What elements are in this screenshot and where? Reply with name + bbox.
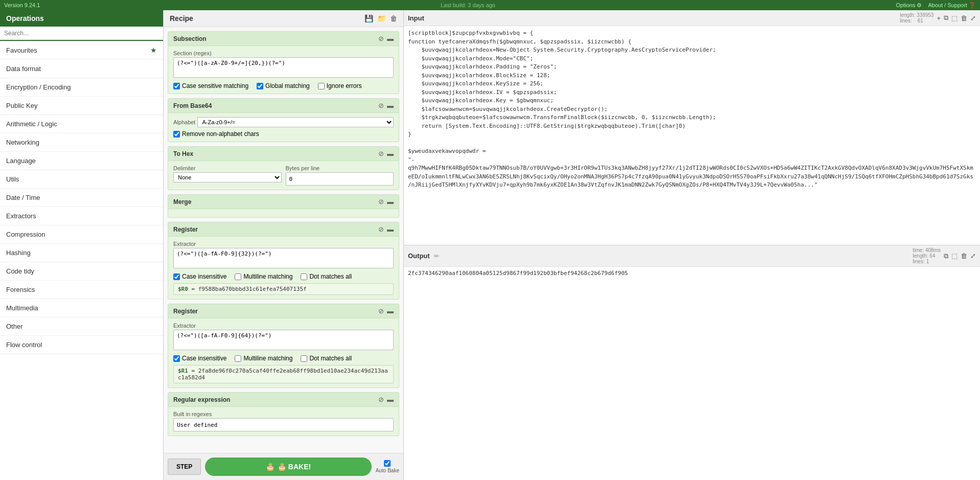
- register1-disable-icon[interactable]: ⊘: [378, 225, 384, 233]
- auto-bake-label[interactable]: Auto Bake: [376, 468, 399, 473]
- input-panel: Input length: 338953lines: 61 + ⧉ ⬚ 🗑 ⤢ …: [404, 10, 980, 245]
- output-edit-icon[interactable]: ✏: [434, 253, 439, 260]
- output-fullscreen-icon[interactable]: ⤢: [970, 252, 976, 260]
- input-trash-icon[interactable]: 🗑: [961, 14, 967, 22]
- case-insensitive-1-check[interactable]: Case insensitive: [173, 273, 226, 280]
- case-sensitive-checkbox[interactable]: [173, 83, 180, 89]
- register2-card-icons: ⊘ ▬: [378, 307, 394, 315]
- case-insensitive-1-checkbox[interactable]: [173, 273, 180, 280]
- sidebar-item-code-tidy[interactable]: Code tidy: [0, 262, 163, 281]
- auto-bake-checkbox[interactable]: [384, 460, 391, 467]
- sidebar-item-arithmetic[interactable]: Arithmetic / Logic: [0, 115, 163, 133]
- sidebar-item-extractors[interactable]: Extractors: [0, 207, 163, 225]
- input-size-info: length: 338953lines: 61: [900, 12, 933, 24]
- sidebar-item-networking[interactable]: Networking: [0, 133, 163, 152]
- input-panel-icons: length: 338953lines: 61 + ⧉ ⬚ 🗑 ⤢: [900, 12, 976, 24]
- sidebar-item-favourites[interactable]: Favourites ★: [0, 41, 163, 60]
- sidebar-item-encryption[interactable]: Encryption / Encoding: [0, 78, 163, 97]
- subsection-card: Subsection ⊘ ▬ Section (regex) (?<=")([a…: [168, 31, 399, 94]
- to-hex-disable-icon[interactable]: ⊘: [378, 150, 384, 157]
- multiline-1-check[interactable]: Multiline matching: [235, 273, 292, 280]
- from-base64-disable-icon[interactable]: ⊘: [378, 102, 384, 109]
- to-hex-delete-icon[interactable]: ▬: [387, 150, 394, 157]
- multiline-2-checkbox[interactable]: [235, 355, 241, 362]
- input-panel-header-left: Input: [408, 14, 424, 22]
- output-panel-title: Output: [408, 252, 430, 260]
- sidebar-item-multimedia[interactable]: Multimedia: [0, 299, 163, 317]
- multiline-2-check[interactable]: Multiline matching: [235, 355, 292, 362]
- output-expand-icon[interactable]: ⬚: [951, 252, 958, 260]
- bake-button[interactable]: 🎂 🎂 BAKE!: [205, 458, 372, 476]
- sidebar-item-forensics[interactable]: Forensics: [0, 281, 163, 299]
- sidebar-item-datetime[interactable]: Date / Time: [0, 189, 163, 207]
- input-expand-icon[interactable]: ⬚: [951, 14, 958, 22]
- dot-all-2-checkbox[interactable]: [301, 355, 307, 362]
- regex-disable-icon[interactable]: ⊘: [378, 396, 384, 403]
- case-insensitive-2-check[interactable]: Case insensitive: [173, 355, 226, 362]
- save-recipe-icon[interactable]: 💾: [364, 14, 373, 22]
- register2-delete-icon[interactable]: ▬: [387, 307, 394, 315]
- input-add-icon[interactable]: +: [937, 14, 941, 22]
- sidebar-item-public-key[interactable]: Public Key: [0, 97, 163, 115]
- output-trash-icon[interactable]: 🗑: [961, 252, 967, 260]
- global-matching-checkbox[interactable]: [257, 83, 263, 89]
- recipe-header: Recipe 💾 📁 🗑: [164, 10, 403, 27]
- star-icon: ★: [150, 46, 157, 54]
- sidebar-item-hashing[interactable]: Hashing: [0, 244, 163, 262]
- ignore-errors-check[interactable]: Ignore errors: [318, 82, 362, 89]
- input-textarea[interactable]: [scriptblock]$zupcppfvxbxgvwbivbq = { fu…: [404, 26, 980, 245]
- subsection-disable-icon[interactable]: ⊘: [378, 35, 384, 42]
- dot-all-1-checkbox[interactable]: [301, 273, 307, 280]
- to-hex-title: To Hex: [173, 150, 193, 157]
- remove-non-alphabet-check[interactable]: Remove non-alphabet chars: [173, 130, 259, 138]
- sidebar-item-language[interactable]: Language: [0, 152, 163, 170]
- bytes-per-line-input[interactable]: [286, 172, 394, 186]
- sidebar-item-flow-control[interactable]: Flow control: [0, 336, 163, 354]
- sidebar-item-compression[interactable]: Compression: [0, 225, 163, 244]
- register1-delete-icon[interactable]: ▬: [387, 225, 394, 233]
- subsection-card-icons: ⊘ ▬: [378, 35, 394, 42]
- merge-delete-icon[interactable]: ▬: [387, 198, 394, 205]
- global-matching-check[interactable]: Global matching: [257, 82, 310, 89]
- from-base64-delete-icon[interactable]: ▬: [387, 102, 394, 109]
- sidebar-item-other[interactable]: Other: [0, 317, 163, 336]
- subsection-regex-input[interactable]: (?<=")([a-zA-Z0-9+/=]{20,})(?="): [173, 57, 394, 78]
- alphabet-select[interactable]: A-Za-z0-9+/=: [197, 117, 394, 127]
- dot-all-1-check[interactable]: Dot matches all: [301, 273, 352, 280]
- input-copy-icon[interactable]: ⧉: [944, 14, 948, 22]
- sidebar-item-data-format[interactable]: Data format: [0, 60, 163, 78]
- sidebar-item-utils[interactable]: Utils: [0, 170, 163, 189]
- built-in-regexes-input[interactable]: [173, 418, 394, 431]
- register2-card: Register ⊘ ▬ Extractor (?<=")([a-fA-F0-9…: [168, 304, 399, 388]
- last-build-label: Last build: 3 days ago: [441, 2, 495, 8]
- remove-non-alphabet-checkbox[interactable]: [173, 131, 180, 138]
- case-insensitive-2-checkbox[interactable]: [173, 355, 180, 362]
- case-sensitive-check[interactable]: Case sensitive matching: [173, 82, 248, 89]
- options-link[interactable]: Options ⚙: [896, 2, 922, 9]
- register1-checkboxes: Case insensitive Multiline matching Dot …: [173, 273, 394, 280]
- input-panel-header: Input length: 338953lines: 61 + ⧉ ⬚ 🗑 ⤢: [404, 10, 980, 26]
- output-panel-icons: time: 408mslength: 64lines: 1 ⧉ ⬚ 🗑 ⤢: [913, 247, 976, 264]
- trash-recipe-icon[interactable]: 🗑: [390, 14, 397, 22]
- register2-disable-icon[interactable]: ⊘: [378, 307, 384, 315]
- delimiter-select[interactable]: None: [173, 172, 282, 182]
- input-fullscreen-icon[interactable]: ⤢: [970, 14, 976, 22]
- register2-extractor-input[interactable]: (?<=")([a-fA-F0-9]{64})(?="): [173, 330, 394, 350]
- merge-disable-icon[interactable]: ⊘: [378, 198, 384, 205]
- search-input[interactable]: [4, 30, 159, 37]
- regex-card: Regular expression ⊘ ▬ Built in regexes: [168, 392, 399, 436]
- register2-var: $R1: [178, 368, 188, 374]
- output-panel: Output ✏ time: 408mslength: 64lines: 1 ⧉…: [404, 245, 980, 480]
- sidebar-title: Operations: [0, 10, 163, 27]
- dot-all-2-check[interactable]: Dot matches all: [301, 355, 352, 362]
- folder-recipe-icon[interactable]: 📁: [377, 14, 386, 22]
- subsection-delete-icon[interactable]: ▬: [387, 35, 394, 42]
- regex-delete-icon[interactable]: ▬: [387, 396, 394, 403]
- output-copy-icon[interactable]: ⧉: [944, 252, 948, 260]
- multiline-1-checkbox[interactable]: [235, 273, 241, 280]
- step-button[interactable]: STEP: [168, 459, 201, 475]
- register1-extractor-input[interactable]: (?<=")([a-fA-F0-9]{32})(?="): [173, 248, 394, 268]
- ignore-errors-checkbox[interactable]: [318, 83, 325, 89]
- recipe-body: Subsection ⊘ ▬ Section (regex) (?<=")([a…: [164, 27, 403, 453]
- about-link[interactable]: About / Support ❓: [928, 2, 976, 9]
